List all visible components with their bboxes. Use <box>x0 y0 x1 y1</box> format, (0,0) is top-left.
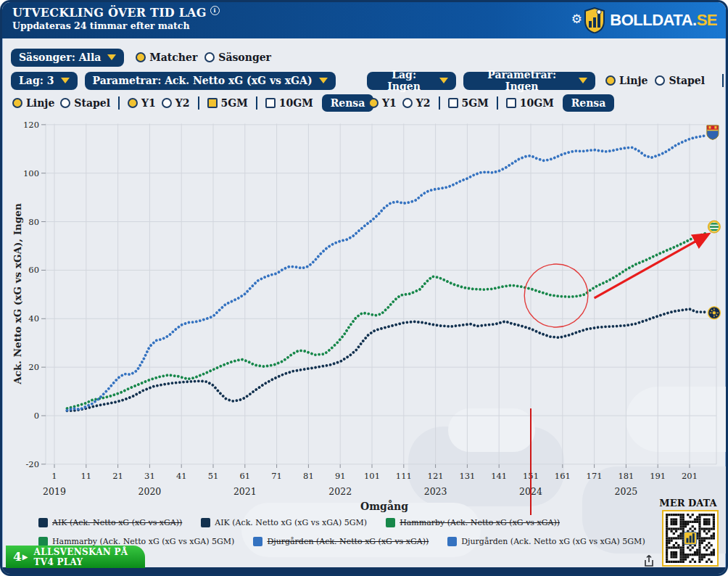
svg-text:81: 81 <box>303 471 314 481</box>
svg-text:41: 41 <box>176 471 187 481</box>
bolldata-shield-icon <box>584 7 605 33</box>
legend-label: AIK (Ack. Netto xG (xG vs xGA)) <box>52 518 182 527</box>
right-radio-y1-label: Y1 <box>382 97 397 109</box>
page-subtitle: Uppdateras 24 timmar efter match <box>12 20 220 31</box>
radio-matcher-label: Matcher <box>149 52 197 63</box>
left-radio-y2-label: Y2 <box>175 97 190 109</box>
left-checkbox-5gm-label: 5GM <box>221 97 248 109</box>
watermark-shape <box>626 387 728 452</box>
left-radio-y2[interactable] <box>162 98 172 108</box>
hammarby-crest-icon <box>708 221 720 233</box>
y-axis-title: Ack. Netto xG (xG vs xGA), Ingen <box>12 203 23 385</box>
legend-item[interactable]: Djurgården (Ack. Netto xG (xG vs xGA) 5G… <box>447 537 645 546</box>
right-radio-y2-label: Y2 <box>416 97 431 109</box>
left-parametrar-label: Parametrar: Ack. Netto xG (xG vs xGA) <box>93 75 313 86</box>
page-title: UTVECKLING ÖVER TID LAGi <box>12 6 220 20</box>
left-lag-label: Lag: 3 <box>19 75 54 86</box>
divider <box>722 74 724 87</box>
right-lag-dropdown[interactable]: Lag: Ingen <box>367 72 456 90</box>
tv4-logo: 4▶ <box>13 551 28 563</box>
left-checkbox-5gm[interactable] <box>207 98 218 108</box>
gear-icon[interactable]: ⚙ <box>571 12 582 26</box>
seasons-row: Säsonger: Alla Matcher Säsonger <box>11 48 271 67</box>
right-radio-linje[interactable] <box>605 75 616 86</box>
right-radio-y2[interactable] <box>402 98 413 108</box>
right-radio-linje-label: Linje <box>619 75 648 86</box>
right-checkbox-5gm-label: 5GM <box>462 97 489 109</box>
legend-item[interactable]: Djurgården (Ack. Netto xG (xG vs xGA)) <box>253 537 429 546</box>
svg-text:40: 40 <box>28 313 39 324</box>
left-checkbox-10gm-label: 10GM <box>279 97 313 109</box>
legend-item[interactable]: AIK (Ack. Netto xG (xG vs xGA)) <box>38 518 182 527</box>
left-parametrar-dropdown[interactable]: Parametrar: Ack. Netto xG (xG vs xGA) <box>85 72 336 90</box>
mer-data-label: MER DATA <box>656 498 720 509</box>
legend-item[interactable]: AIK (Ack. Netto xG (xG vs xGA) 5GM) <box>201 518 367 527</box>
legend-swatch <box>38 518 48 527</box>
legend-label: Djurgården (Ack. Netto xG (xG vs xGA)) <box>267 537 429 546</box>
legend-label: Djurgården (Ack. Netto xG (xG vs xGA) 5G… <box>461 537 645 546</box>
left-lag-dropdown[interactable]: Lag: 3 <box>11 72 78 90</box>
left-rensa-button[interactable]: Rensa <box>322 94 374 112</box>
bolldata-card: UTVECKLING ÖVER TID LAGi Uppdateras 24 t… <box>0 0 728 576</box>
right-radio-stapel-label: Stapel <box>669 75 705 86</box>
chevron-down-icon <box>61 78 70 83</box>
radio-matcher[interactable] <box>136 52 146 62</box>
info-icon[interactable]: i <box>210 6 220 15</box>
right-panel-options-row: Y1 Y2 5GM 10GM Rensa <box>368 94 614 112</box>
right-lag-label: Lag: Ingen <box>375 69 433 92</box>
chevron-down-icon <box>579 78 587 83</box>
tv4-banner-text: ALLSVENSKAN PÅ TV4 PLAY <box>34 547 145 567</box>
svg-text:101: 101 <box>364 471 380 481</box>
header-bar: UTVECKLING ÖVER TID LAGi Uppdateras 24 t… <box>2 2 726 38</box>
brand-text: BOLLDATA.SE <box>610 11 717 30</box>
series-line-hammarby <box>67 234 706 408</box>
svg-text:-20: -20 <box>25 459 39 469</box>
left-checkbox-10gm[interactable] <box>265 98 276 108</box>
right-checkbox-5gm[interactable] <box>448 98 458 108</box>
radio-sasonger-label: Säsonger <box>218 52 271 63</box>
legend-swatch <box>386 518 395 527</box>
left-radio-y1[interactable] <box>128 98 138 108</box>
right-radio-y1[interactable] <box>368 98 379 108</box>
legend-item[interactable]: Hammarby (Ack. Netto xG (xG vs xGA)) <box>386 518 560 527</box>
bottom-bar <box>2 567 726 574</box>
svg-text:1: 1 <box>51 471 57 481</box>
red-circle-annotation <box>524 264 588 327</box>
divider <box>198 96 199 110</box>
svg-text:21: 21 <box>112 471 123 481</box>
left-radio-stapel[interactable] <box>60 98 70 108</box>
chevron-down-icon <box>107 54 116 60</box>
svg-text:51: 51 <box>208 471 219 481</box>
divider <box>439 96 440 110</box>
right-panel-dropdown-row: Lag: Ingen Parametrar: Ingen Linje Stape… <box>367 71 726 90</box>
right-radio-stapel[interactable] <box>655 75 665 86</box>
svg-text:2021: 2021 <box>233 486 257 497</box>
chevron-down-icon <box>319 78 328 83</box>
left-radio-linje[interactable] <box>12 98 22 108</box>
right-parametrar-label: Parametrar: Ingen <box>471 69 572 92</box>
divider <box>497 96 498 110</box>
svg-text:11: 11 <box>80 471 91 481</box>
radio-sasonger[interactable] <box>204 52 215 62</box>
grid <box>46 124 716 465</box>
legend-row: AIK (Ack. Netto xG (xG vs xGA))AIK (Ack.… <box>38 518 560 527</box>
watermark-shape <box>448 408 535 452</box>
series-line-djurgården <box>67 136 706 411</box>
right-checkbox-10gm[interactable] <box>506 98 516 108</box>
legend-label: AIK (Ack. Netto xG (xG vs xGA) 5GM) <box>215 518 367 527</box>
left-radio-y1-label: Y1 <box>141 97 156 109</box>
series-line-aik <box>67 309 706 411</box>
axis-labels: -200204060801001201112131415161718191101… <box>12 120 698 512</box>
divider <box>118 96 120 110</box>
right-parametrar-dropdown[interactable]: Parametrar: Ingen <box>463 72 595 90</box>
svg-text:60: 60 <box>28 265 39 275</box>
qr-code <box>662 510 719 567</box>
djurgarden-crest-icon <box>707 126 719 140</box>
bolldata-logo[interactable]: BOLLDATA.SE <box>584 7 717 33</box>
svg-text:2020: 2020 <box>138 486 161 497</box>
share-icon[interactable] <box>642 554 656 568</box>
seasons-dropdown[interactable]: Säsonger: Alla <box>11 49 124 67</box>
left-panel-dropdown-row: Lag: 3 Parametrar: Ack. Netto xG (xG vs … <box>11 71 336 90</box>
right-rensa-button[interactable]: Rensa <box>563 94 615 112</box>
tv4-play-banner[interactable]: 4▶ ALLSVENSKAN PÅ TV4 PLAY <box>6 546 145 568</box>
